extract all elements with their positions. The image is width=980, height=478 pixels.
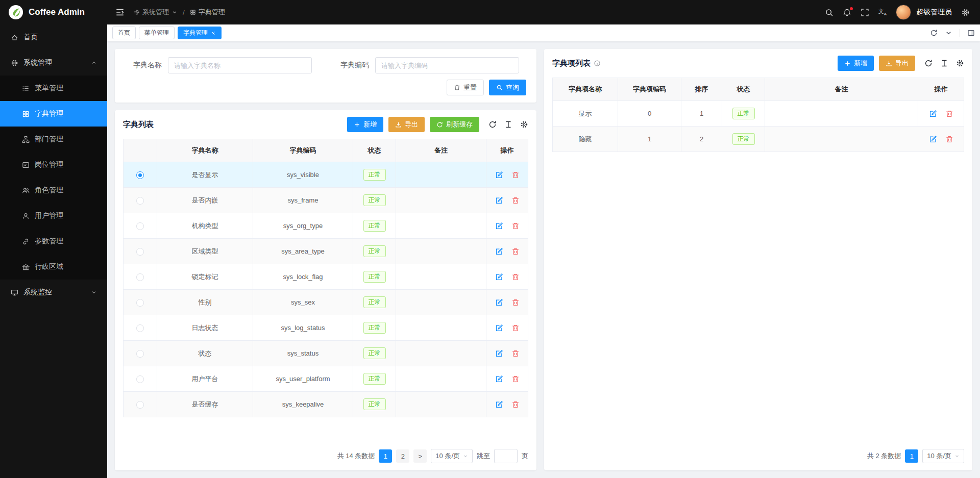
sidebar-item-param-management[interactable]: 参数管理 — [0, 229, 107, 254]
dict-code-input[interactable] — [375, 57, 519, 73]
dict-name-input[interactable] — [168, 57, 312, 73]
search-icon[interactable] — [825, 8, 834, 17]
reset-button[interactable]: 重置 — [447, 80, 484, 95]
table-row[interactable]: 状态sys_status正常 — [124, 341, 528, 366]
sidebar-item-region-management[interactable]: 行政区域 — [0, 254, 107, 280]
delete-icon[interactable] — [511, 247, 520, 256]
fullscreen-icon[interactable] — [861, 8, 869, 17]
breadcrumb-item-system[interactable]: 系统管理 — [134, 8, 178, 17]
tab-dict-management[interactable]: 字典管理 — [178, 27, 222, 39]
edit-icon[interactable] — [929, 135, 937, 143]
edit-icon[interactable] — [495, 273, 503, 281]
table-row[interactable]: 性别sys_sex正常 — [124, 290, 528, 315]
row-radio[interactable] — [136, 375, 144, 383]
export-item-button[interactable]: 导出 — [879, 56, 915, 71]
page-number-button[interactable]: 1 — [379, 449, 392, 463]
avatar[interactable] — [896, 5, 911, 20]
sidebar-item-home[interactable]: 首页 — [0, 24, 107, 50]
sidebar-menu: 首页 系统管理 菜单管理 字典管理 部门管理 — [0, 24, 107, 478]
edit-icon[interactable] — [495, 298, 503, 307]
delete-icon[interactable] — [511, 196, 520, 205]
add-item-button[interactable]: 新增 — [838, 56, 874, 71]
jump-page-input[interactable] — [494, 449, 518, 463]
refresh-cache-button[interactable]: 刷新缓存 — [430, 117, 479, 132]
sidebar-collapse-icon[interactable] — [115, 8, 125, 17]
row-radio[interactable] — [136, 401, 144, 409]
edit-icon[interactable] — [495, 196, 503, 205]
refresh-icon[interactable] — [488, 120, 497, 129]
delete-icon[interactable] — [511, 349, 520, 358]
table-row[interactable]: 锁定标记sys_lock_flag正常 — [124, 264, 528, 290]
delete-icon[interactable] — [511, 375, 520, 383]
table-row[interactable]: 用户平台sys_user_platform正常 — [124, 366, 528, 392]
delete-icon[interactable] — [511, 298, 520, 307]
edit-icon[interactable] — [495, 247, 503, 256]
edit-icon[interactable] — [495, 171, 503, 179]
sidebar-item-menu-management[interactable]: 菜单管理 — [0, 76, 107, 101]
table-row[interactable]: 是否显示sys_visible正常 — [124, 162, 528, 188]
translate-icon[interactable]: 文A — [878, 9, 887, 16]
row-radio[interactable] — [136, 171, 144, 179]
table-row[interactable]: 是否内嵌sys_frame正常 — [124, 188, 528, 213]
row-radio[interactable] — [136, 299, 144, 307]
refresh-icon[interactable] — [924, 59, 933, 67]
table-row[interactable]: 机构类型sys_org_type正常 — [124, 213, 528, 239]
tab-menu-management[interactable]: 菜单管理 — [139, 27, 175, 39]
info-icon[interactable] — [594, 60, 601, 67]
delete-icon[interactable] — [945, 110, 953, 118]
delete-icon[interactable] — [511, 400, 520, 409]
sidebar-item-dept-management[interactable]: 部门管理 — [0, 127, 107, 152]
bell-icon[interactable] — [843, 8, 851, 17]
delete-icon[interactable] — [511, 273, 520, 281]
table-size-icon[interactable] — [940, 59, 948, 67]
sidebar-item-post-management[interactable]: 岗位管理 — [0, 152, 107, 178]
edit-icon[interactable] — [495, 375, 503, 383]
column-settings-gear-icon[interactable] — [520, 120, 528, 129]
row-radio[interactable] — [136, 273, 144, 281]
page-number-button[interactable]: 1 — [905, 449, 918, 463]
page-size-select[interactable]: 10 条/页 — [431, 449, 473, 463]
delete-icon[interactable] — [511, 324, 520, 332]
sidebar-item-role-management[interactable]: 角色管理 — [0, 178, 107, 203]
table-row[interactable]: 显示01正常 — [553, 101, 964, 127]
row-radio[interactable] — [136, 350, 144, 358]
sidebar-item-user-management[interactable]: 用户管理 — [0, 203, 107, 229]
settings-gear-icon[interactable] — [961, 8, 970, 17]
row-radio[interactable] — [136, 248, 144, 256]
delete-icon[interactable] — [511, 222, 520, 230]
dict-name-cell: 是否内嵌 — [157, 188, 253, 213]
edit-icon[interactable] — [495, 324, 503, 332]
dict-name-form-item: 字典名称 — [125, 57, 312, 73]
table-row[interactable]: 区域类型sys_area_type正常 — [124, 239, 528, 264]
export-button[interactable]: 导出 — [388, 117, 425, 132]
next-page-button[interactable]: > — [413, 449, 427, 463]
row-radio[interactable] — [136, 324, 144, 332]
table-row[interactable]: 日志状态sys_log_status正常 — [124, 315, 528, 341]
dict-code-cell: sys_log_status — [253, 315, 353, 341]
edit-icon[interactable] — [495, 400, 503, 409]
edit-icon[interactable] — [495, 222, 503, 230]
table-row[interactable]: 隐藏12正常 — [553, 127, 964, 152]
page-size-select[interactable]: 10 条/页 — [922, 449, 964, 463]
close-icon[interactable] — [211, 31, 216, 36]
query-button[interactable]: 查询 — [489, 80, 526, 95]
edit-icon[interactable] — [929, 110, 937, 118]
delete-icon[interactable] — [511, 171, 520, 179]
page-number-button[interactable]: 2 — [396, 449, 409, 463]
refresh-icon[interactable] — [930, 29, 938, 37]
chevron-down-icon[interactable] — [945, 29, 952, 37]
sidebar-item-system-monitor[interactable]: 系统监控 — [0, 280, 107, 305]
add-button[interactable]: 新增 — [347, 117, 383, 132]
row-radio[interactable] — [136, 222, 144, 230]
row-radio[interactable] — [136, 197, 144, 205]
column-settings-gear-icon[interactable] — [956, 59, 964, 67]
tab-home[interactable]: 首页 — [112, 27, 136, 39]
table-row[interactable]: 是否缓存sys_keepalive正常 — [124, 392, 528, 417]
app-title: Coffee Admin — [29, 7, 85, 17]
sidebar-item-dict-management[interactable]: 字典管理 — [0, 101, 107, 127]
table-size-icon[interactable] — [504, 120, 512, 129]
edit-icon[interactable] — [495, 349, 503, 358]
sidebar-item-system-management[interactable]: 系统管理 — [0, 50, 107, 76]
delete-icon[interactable] — [945, 135, 953, 143]
layout-fullscreen-icon[interactable] — [967, 29, 975, 37]
